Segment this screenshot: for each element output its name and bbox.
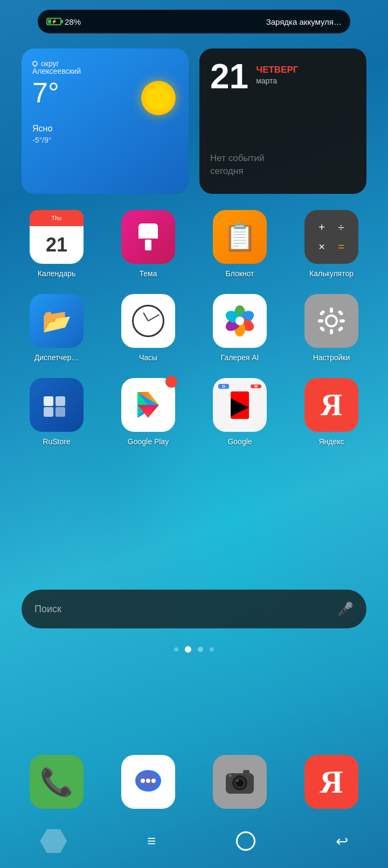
location-pin-icon [31,60,39,67]
svg-rect-13 [337,310,343,316]
app-row-1: Thu 21 Календарь Тема 📋 Блокнот [22,210,366,278]
calc-plus: + [312,221,331,234]
calendar-widget[interactable]: 21 ЧЕТВЕРГ марта Нет событийсегодня [199,48,366,194]
weather-sun-icon [141,81,176,115]
location-name: Алексеевский [32,67,178,75]
weather-temp-range: -5°/9° [32,136,178,144]
yandex-app[interactable]: Я Яндекс [296,378,366,446]
notification-badge [165,376,177,388]
calendar-month: марта [256,76,298,85]
clock-app-label: Часы [116,353,181,362]
notification-text: Зарядка аккумуля… [266,17,342,26]
svg-point-36 [228,774,232,777]
page-indicator [174,646,214,653]
manager-app-label: Диспетчер… [24,353,89,362]
calendar-header: 21 ЧЕТВЕРГ марта [210,59,356,94]
nav-menu-button[interactable]: ≡ [147,832,156,850]
gallery-pinwheel-icon [224,305,256,337]
nav-recent-button[interactable] [40,829,67,853]
calendar-app[interactable]: Thu 21 Календарь [22,210,92,278]
phone-app-icon: 📞 [30,755,84,809]
notepad-app-label: Блокнот [207,269,272,278]
svg-point-7 [328,318,335,324]
svg-point-6 [235,317,244,325]
search-placeholder-text: Поиск [34,604,331,615]
page-dot-1 [174,647,178,652]
charging-icon: ⚡ [51,19,57,24]
dock: 📞 [22,755,366,809]
google-play-app[interactable]: Google Play [113,378,183,446]
calc-div: ÷ [331,221,351,234]
rustore-app-icon [30,378,84,432]
page-dot-4 [210,647,214,652]
google-play-app-label: Google Play [116,437,181,446]
gallery-app-label: Галерея AI [207,353,272,362]
brush-head [138,223,158,239]
svg-rect-14 [319,326,325,332]
app-grid: Thu 21 Календарь Тема 📋 Блокнот [22,210,366,462]
page-dot-2-active [185,646,191,653]
google-folder-app-label: Google [207,437,272,446]
brush-handle [145,240,151,250]
yandex-app-label: Яндекс [299,437,364,446]
svg-rect-12 [319,310,325,316]
phone-dock-item[interactable]: 📞 [22,755,92,809]
mic-icon[interactable]: 🎤 [337,601,354,617]
google-play-triangle-icon [133,390,163,420]
google-folder-app[interactable]: G M ▶ Google [205,378,275,446]
settings-app-label: Настройки [299,353,364,362]
battery-icon: ⚡ [46,18,61,25]
yandex-browser-dock-item[interactable]: Я [296,755,366,809]
messages-bubble-icon [132,766,164,798]
calendar-day-name: ЧЕТВЕРГ [256,65,298,75]
google-g-icon: G [218,384,229,389]
brush-icon [138,223,158,250]
svg-point-34 [237,780,239,782]
page-dot-3 [198,647,203,652]
svg-point-27 [146,779,150,783]
svg-point-26 [141,779,145,783]
svg-rect-8 [330,307,333,313]
nav-back-button[interactable]: ↩ [336,832,348,850]
nav-bar: ≡ ↩ [0,820,388,868]
google-play-app-icon [121,378,175,432]
gallery-app[interactable]: Галерея AI [205,294,275,362]
calendar-day-info: ЧЕТВЕРГ марта [256,59,298,85]
svg-rect-15 [337,326,343,332]
rustore-app[interactable]: RuStore [22,378,92,446]
calculator-app[interactable]: + ÷ × = Калькулятор [296,210,366,278]
calculator-app-icon: + ÷ × = [304,210,358,264]
camera-dock-item[interactable] [205,755,275,809]
clock-face [132,305,164,337]
google-gmail-icon: M [251,384,261,388]
svg-rect-16 [44,396,53,406]
calculator-app-label: Калькулятор [299,269,364,278]
calendar-day-number: 21 [210,59,248,94]
manager-app[interactable]: 📂 Диспетчер… [22,294,92,362]
settings-app[interactable]: Настройки [296,294,366,362]
nav-home-button[interactable] [236,831,255,851]
clock-minute-hand [148,314,160,321]
camera-lens-icon [224,766,256,798]
svg-rect-19 [56,407,65,417]
search-bar[interactable]: Поиск 🎤 [22,590,366,628]
notepad-app[interactable]: 📋 Блокнот [205,210,275,278]
svg-rect-9 [330,329,333,334]
theme-app-icon [121,210,175,264]
messages-dock-item[interactable] [113,755,183,809]
messages-app-icon [121,755,175,809]
calc-mult: × [312,241,331,253]
status-left: ⚡ 28% [46,17,81,26]
clock-app-icon [121,294,175,348]
rustore-app-label: RuStore [24,437,89,446]
google-youtube-icon: ▶ [231,391,249,419]
calendar-app-label: Календарь [24,269,89,278]
settings-gear-icon [315,305,348,337]
weather-widget[interactable]: округ Алексеевский 7° Ясно -5°/9° [22,48,189,194]
status-bar: ⚡ 28% Зарядка аккумуля… [38,10,350,33]
yandex-app-icon: Я [304,378,358,432]
svg-rect-18 [44,407,53,417]
svg-point-28 [151,779,156,783]
clock-app[interactable]: Часы [113,294,183,362]
theme-app[interactable]: Тема [113,210,183,278]
